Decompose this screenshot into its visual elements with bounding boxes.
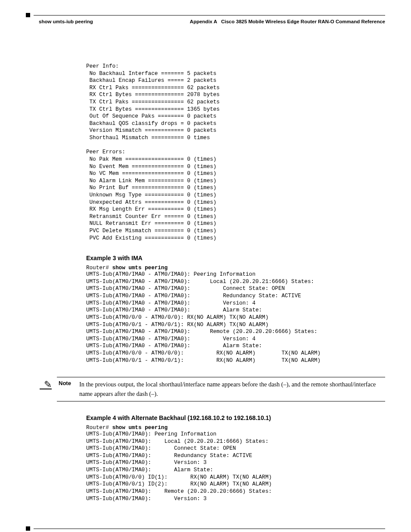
example4-heading: Example 4 with Alternate Backhaul (192.1…	[86, 414, 385, 421]
note-block: ✎ Note In the previous output, the local…	[26, 377, 385, 401]
example4-command: Router# show umts peering	[86, 425, 385, 431]
header-rule	[26, 13, 385, 17]
header-title: Cisco 3825 Mobile Wireless Edge Router R…	[221, 19, 385, 24]
example3-output: UMTS-Iub(ATM0/IMA0 - ATM0/IMA0): Peering…	[86, 271, 385, 364]
example4-output: UMTS-Iub(ATM0/IMA0): Peering Information…	[86, 431, 385, 502]
note-label: Note	[59, 380, 72, 386]
example4-prompt: Router#	[86, 425, 112, 431]
example3-cmd: show umts peering	[112, 265, 167, 271]
running-header: show umts-iub peering Appendix A Cisco 3…	[26, 19, 385, 24]
note-icon: ✎	[26, 380, 52, 389]
example3-heading: Example 3 with IMA	[86, 255, 385, 261]
header-rule-decor	[26, 13, 30, 17]
pencil-icon: ✎	[26, 380, 52, 389]
note-text: In the previous output, the local shorth…	[79, 380, 385, 398]
header-right: Appendix A Cisco 3825 Mobile Wireless Ed…	[190, 19, 385, 24]
example3-prompt: Router#	[86, 265, 112, 271]
header-left: show umts-iub peering	[26, 19, 93, 24]
example3-command: Router# show umts peering	[86, 265, 385, 271]
header-appendix: Appendix A	[190, 19, 217, 24]
example4-cmd: show umts peering	[112, 425, 167, 431]
peer-info-output: Peer Info: No Backhaul Interface =======…	[86, 63, 385, 242]
footer-rule	[26, 526, 385, 531]
